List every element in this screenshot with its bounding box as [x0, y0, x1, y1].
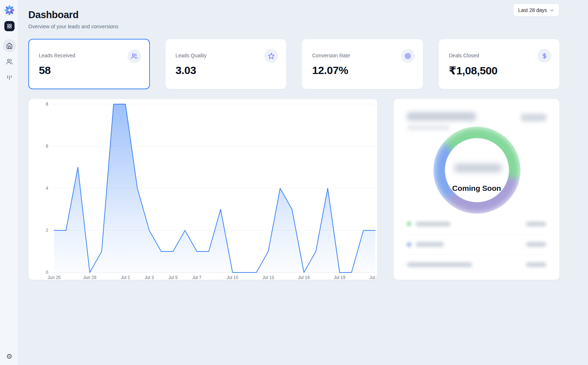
svg-text:0: 0 [46, 270, 48, 275]
apps-grid-icon [7, 23, 12, 29]
charts-row: 02468Jun 25Jun 28Jul 1Jul 3Jul 5Jul 7Jul… [28, 99, 560, 280]
svg-text:Jul 5: Jul 5 [168, 275, 178, 280]
page-header: Dashboard Overview of your leads and con… [19, 0, 588, 29]
page-title: Dashboard [28, 9, 559, 21]
home-icon [6, 42, 13, 49]
svg-text:8: 8 [46, 102, 48, 107]
svg-text:Jun 28: Jun 28 [83, 275, 96, 280]
stats-row: Leads Received 58 Leads Quality 3.03 [28, 39, 560, 89]
blurred-legend [407, 214, 546, 275]
stat-value: 3.03 [176, 64, 278, 77]
sidebar-item-leads[interactable] [3, 55, 16, 68]
svg-text:Jul 1: Jul 1 [121, 275, 130, 280]
stat-value: ₹1,08,500 [449, 64, 551, 77]
blurred-card-action [521, 114, 546, 122]
leads-chart-card: 02468Jun 25Jun 28Jul 1Jul 3Jul 5Jul 7Jul… [28, 99, 377, 280]
svg-text:Jul 16: Jul 16 [298, 275, 310, 280]
blurred-card-title [407, 112, 476, 121]
stat-icon-badge [401, 49, 415, 63]
date-range-label: Last 28 days [518, 7, 547, 13]
stat-icon-badge [127, 49, 141, 63]
legend-dot-blue [407, 242, 411, 247]
svg-text:Jul 3: Jul 3 [145, 275, 154, 280]
sidebar: ⚙ [0, 0, 19, 365]
stat-label: Leads Quality [176, 53, 207, 58]
svg-text:Jul 10: Jul 10 [227, 275, 238, 280]
coming-soon-card: Coming Soon [393, 99, 560, 280]
svg-text:Jun 25: Jun 25 [48, 275, 61, 280]
main-content: Dashboard Overview of your leads and con… [19, 0, 588, 365]
legend-row [407, 254, 546, 275]
leads-area-chart: 02468Jun 25Jun 28Jul 1Jul 3Jul 5Jul 7Jul… [29, 99, 377, 280]
settings-button[interactable]: ⚙ [6, 353, 12, 360]
flower-logo [4, 4, 15, 16]
gear-icon: ⚙ [6, 353, 12, 360]
blurred-legend-value [526, 242, 546, 247]
stat-card-deals-closed[interactable]: Deals Closed ₹1,08,500 [438, 39, 560, 89]
svg-text:Jul 22: Jul 22 [369, 275, 377, 280]
stat-label: Leads Received [39, 53, 75, 58]
chevron-down-icon [550, 8, 554, 13]
svg-text:Jul 13: Jul 13 [262, 275, 274, 280]
legend-row [407, 214, 546, 234]
svg-text:2: 2 [46, 228, 48, 233]
svg-text:Jul 19: Jul 19 [334, 275, 346, 280]
star-icon [268, 53, 275, 60]
blurred-legend-label [416, 222, 450, 226]
blurred-legend-value [526, 262, 546, 267]
dollar-icon [541, 53, 548, 59]
sidebar-item-pipeline[interactable] [3, 71, 16, 84]
target-icon [404, 53, 411, 60]
blurred-legend-value [526, 222, 546, 226]
stat-icon-badge [538, 49, 551, 63]
apps-grid-button[interactable] [4, 21, 15, 31]
svg-text:4: 4 [46, 186, 48, 191]
coming-soon-label: Coming Soon [394, 184, 559, 193]
stat-label: Deals Closed [449, 53, 479, 58]
legend-row [407, 234, 546, 254]
stat-value: 58 [39, 64, 141, 77]
stat-card-leads-received[interactable]: Leads Received 58 [28, 39, 150, 89]
blurred-donut-center-value [454, 164, 502, 172]
users-icon [131, 53, 138, 60]
app-root: ⚙ Dashboard Overview of your leads and c… [0, 0, 588, 365]
svg-text:Jul 7: Jul 7 [192, 275, 202, 280]
page-subtitle: Overview of your leads and conversions [28, 24, 559, 29]
stat-card-conversion-rate[interactable]: Conversion Rate 12.07% [302, 39, 423, 89]
date-range-select[interactable]: Last 28 days [513, 4, 559, 17]
sidebar-item-home[interactable] [3, 39, 16, 52]
sidebar-nav [3, 39, 16, 84]
stat-icon-badge [264, 49, 278, 63]
stat-value: 12.07% [312, 64, 414, 77]
legend-dot-green [407, 222, 411, 226]
stat-card-leads-quality[interactable]: Leads Quality 3.03 [165, 39, 287, 89]
svg-text:6: 6 [46, 144, 48, 149]
pipeline-icon [6, 74, 13, 81]
blurred-card-subtitle [407, 126, 450, 130]
blurred-legend-label [416, 242, 444, 247]
users-icon [6, 58, 13, 65]
blurred-legend-label [407, 262, 472, 267]
flower-logo-icon [4, 5, 15, 16]
stat-label: Conversion Rate [312, 53, 350, 58]
